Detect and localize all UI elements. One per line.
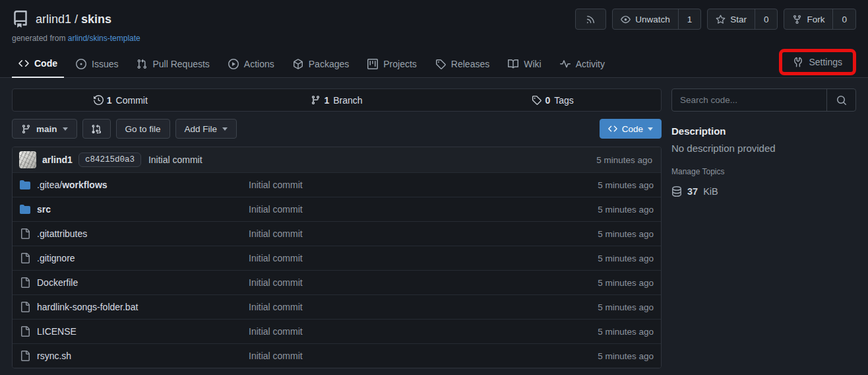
code-download-button[interactable]: Code: [600, 119, 662, 139]
tab-releases[interactable]: Releases: [429, 53, 496, 77]
repo-icon: [12, 11, 29, 28]
branches-stat[interactable]: 1Branch: [229, 95, 445, 106]
branch-selector[interactable]: main: [12, 119, 77, 139]
pull-request-icon: [137, 59, 147, 69]
chevron-down-icon: [222, 127, 228, 131]
row-commit-message[interactable]: Initial commit: [249, 204, 598, 215]
branch-name: main: [36, 124, 57, 134]
latest-commit-row: arlind1 c84215d0a3 Initial commit 5 minu…: [13, 147, 661, 172]
commit-message[interactable]: Initial commit: [148, 154, 202, 165]
search-button[interactable]: [826, 89, 855, 111]
tag-icon: [435, 59, 446, 69]
row-commit-message[interactable]: Initial commit: [249, 277, 598, 288]
row-commit-message[interactable]: Initial commit: [249, 351, 598, 361]
file-link[interactable]: Dockerfile: [13, 277, 249, 288]
add-file-button[interactable]: Add File: [175, 119, 237, 139]
row-time: 5 minutes ago: [598, 351, 661, 361]
branch-icon: [311, 95, 321, 105]
file-icon: [20, 253, 30, 263]
watch-button-group: Unwatch 1: [612, 9, 701, 30]
code-toolbar: main Go to file Add File Code: [12, 119, 662, 139]
commit-time: 5 minutes ago: [596, 155, 654, 165]
star-label: Star: [730, 15, 747, 24]
row-time: 5 minutes ago: [598, 254, 661, 263]
watch-count[interactable]: 1: [678, 9, 701, 29]
fork-button-group: Fork 0: [784, 9, 856, 30]
code-icon: [18, 58, 29, 69]
commit-sha[interactable]: c84215d0a3: [78, 153, 141, 167]
tab-code[interactable]: Code: [12, 52, 64, 78]
star-button[interactable]: Star: [708, 9, 755, 29]
table-row: .gitignore Initial commit 5 minutes ago: [13, 246, 661, 270]
row-time: 5 minutes ago: [598, 278, 661, 288]
file-link[interactable]: .gitea/workflows: [13, 180, 249, 190]
row-commit-message[interactable]: Initial commit: [249, 228, 598, 239]
avatar[interactable]: [19, 151, 36, 168]
commits-stat[interactable]: 1Commit: [13, 95, 229, 106]
table-row: Dockerfile Initial commit 5 minutes ago: [13, 270, 661, 294]
compare-button[interactable]: [82, 119, 111, 139]
template-link[interactable]: arlind/skins-template: [68, 34, 140, 43]
unwatch-button[interactable]: Unwatch: [613, 9, 678, 29]
repo-owner[interactable]: arlind1: [36, 13, 71, 26]
table-row: LICENSE Initial commit 5 minutes ago: [13, 319, 661, 343]
file-link[interactable]: hardlink-songs-folder.bat: [13, 302, 249, 312]
repo-header: arlind1 / skins Unwatch 1: [0, 0, 868, 78]
package-icon: [293, 59, 303, 69]
fork-count[interactable]: 0: [832, 9, 855, 29]
row-time: 5 minutes ago: [598, 302, 661, 312]
repo-stats-bar: 1Commit 1Branch 0Tags: [12, 88, 662, 112]
database-icon: [671, 186, 682, 197]
file-link[interactable]: .gitattributes: [13, 228, 249, 239]
table-row: hardlink-songs-folder.bat Initial commit…: [13, 294, 661, 319]
table-row: src Initial commit 5 minutes ago: [13, 197, 661, 221]
row-commit-message[interactable]: Initial commit: [249, 326, 598, 337]
repo-nav: Code Issues Pull Requests Actions Packag…: [12, 49, 856, 77]
file-link[interactable]: rsync.sh: [13, 351, 249, 361]
row-commit-message[interactable]: Initial commit: [249, 180, 598, 190]
eye-icon: [621, 15, 631, 24]
search-input[interactable]: [672, 89, 826, 111]
file-icon: [20, 228, 30, 239]
compare-icon: [92, 124, 102, 134]
book-icon: [508, 59, 518, 69]
row-time: 5 minutes ago: [598, 180, 661, 190]
tab-pull-requests[interactable]: Pull Requests: [130, 53, 216, 77]
tab-projects[interactable]: Projects: [361, 53, 423, 77]
chevron-down-icon: [648, 127, 653, 131]
star-count[interactable]: 0: [755, 9, 778, 29]
file-table: arlind1 c84215d0a3 Initial commit 5 minu…: [12, 147, 662, 368]
rss-button[interactable]: [575, 9, 606, 30]
row-time: 5 minutes ago: [598, 205, 661, 215]
repo-size: 37 KiB: [671, 186, 856, 197]
branch-icon: [21, 124, 31, 134]
commit-author[interactable]: arlind1: [42, 154, 73, 165]
tag-icon: [532, 95, 542, 105]
tags-stat[interactable]: 0Tags: [445, 95, 661, 106]
file-link[interactable]: .gitignore: [13, 253, 249, 263]
tab-packages[interactable]: Packages: [286, 53, 356, 77]
generated-from: generated from arlind/skins-template: [12, 34, 856, 43]
go-to-file-button[interactable]: Go to file: [116, 119, 170, 139]
manage-topics-link[interactable]: Manage Topics: [671, 167, 856, 176]
repo-breadcrumb[interactable]: arlind1 / skins: [36, 13, 111, 26]
row-commit-message[interactable]: Initial commit: [249, 253, 598, 263]
table-row: .gitea/workflows Initial commit 5 minute…: [13, 172, 661, 197]
file-icon: [20, 302, 30, 312]
tab-wiki[interactable]: Wiki: [501, 53, 547, 77]
tab-issues[interactable]: Issues: [69, 53, 125, 77]
tab-actions[interactable]: Actions: [222, 53, 281, 77]
wrench-icon: [793, 57, 803, 67]
fork-button[interactable]: Fork: [784, 9, 832, 29]
file-icon: [20, 326, 30, 337]
folder-icon: [20, 204, 30, 215]
repo-name[interactable]: skins: [81, 13, 111, 26]
row-commit-message[interactable]: Initial commit: [249, 302, 598, 312]
file-link[interactable]: LICENSE: [13, 326, 249, 337]
file-icon: [20, 277, 30, 288]
play-circle-icon: [228, 59, 239, 69]
tab-activity[interactable]: Activity: [553, 53, 611, 77]
code-icon: [608, 124, 617, 133]
file-link[interactable]: src: [13, 204, 249, 215]
tab-settings[interactable]: Settings: [809, 57, 842, 67]
